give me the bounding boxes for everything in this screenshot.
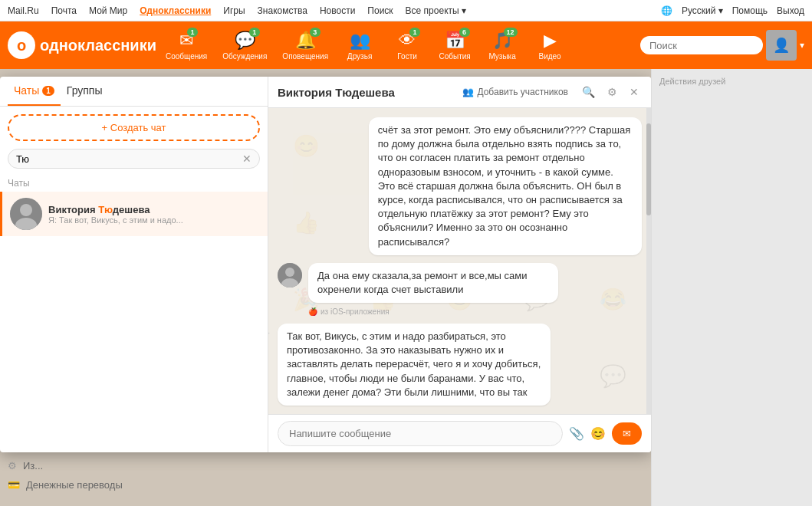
events-badge: 6 <box>459 28 470 37</box>
video-icon: ▶ <box>544 31 557 51</box>
nav-pochta[interactable]: Почта <box>51 5 77 16</box>
chat-modal: Чаты 1 Группы + Создать чат ✕ Чаты <box>0 77 651 452</box>
header-search-box: 🔍 <box>640 36 763 54</box>
help-link[interactable]: Помощь <box>732 5 768 16</box>
attachment-icon[interactable]: 📎 <box>569 426 584 441</box>
nav-allprojects[interactable]: Все проекты ▾ <box>406 5 466 16</box>
exit-link[interactable]: Выход <box>777 5 804 16</box>
chats-section-label: Чаты <box>0 175 268 192</box>
chat-search-input[interactable] <box>16 153 242 165</box>
chat-main: Виктория Тюдешева 👥 Добавить участников … <box>268 77 651 452</box>
nav-video[interactable]: ▶ Видео <box>528 28 572 64</box>
discussions-icon: 💬 1 <box>235 31 255 51</box>
nav-mailru[interactable]: Mail.Ru <box>8 5 39 16</box>
nav-dating[interactable]: Знакомства <box>258 5 307 16</box>
nav-messages[interactable]: ✉ 1 Сообщения <box>159 28 213 64</box>
chat-item-avatar <box>10 198 42 230</box>
send-icon: ✉ <box>623 428 631 439</box>
friends-label: Друзья <box>347 52 372 61</box>
tab-chats[interactable]: Чаты 1 <box>8 77 61 106</box>
music-badge: 12 <box>504 28 518 37</box>
nav-guests[interactable]: 👁 1 Гости <box>385 28 429 64</box>
messages-badge: 1 <box>187 28 198 37</box>
nav-games[interactable]: Игры <box>223 5 245 16</box>
nav-moimir[interactable]: Мой Мир <box>89 5 127 16</box>
friends-activity-label: Действия друзей <box>659 77 804 86</box>
add-participants-label: Добавить участников <box>477 87 568 97</box>
msg-avatar-2 <box>278 263 302 288</box>
guests-icon: 👁 1 <box>399 31 416 51</box>
create-chat-button[interactable]: + Создать чат <box>8 114 260 141</box>
message-bubble-3: Так вот, Викусь, с этим и надо разбирать… <box>278 324 551 406</box>
nav-ok[interactable]: Одноклассники <box>140 5 211 16</box>
add-participants-icon: 👥 <box>462 87 474 97</box>
discussions-label: Обсуждения <box>222 52 267 61</box>
message-text-1: счёт за этот ремонт. Это ему объяснили??… <box>378 124 630 248</box>
edit-icon[interactable]: ✏ <box>268 328 270 339</box>
chat-settings-icon[interactable]: ⚙ <box>604 83 620 101</box>
message-text-3: Так вот, Викусь, с этим и надо разбирать… <box>287 330 541 398</box>
nav-events[interactable]: 📅 6 События <box>432 28 477 64</box>
music-icon: 🎵 12 <box>492 31 513 51</box>
chat-search-box: ✕ <box>8 149 260 169</box>
svg-point-4 <box>285 268 294 277</box>
chat-list-item[interactable]: Виктория Тюдешева Я: Так вот, Викусь, с … <box>0 192 268 236</box>
nav-discussions[interactable]: 💬 1 Обсуждения <box>216 28 273 64</box>
message-text-2: Да она ему сказала,за ремонт и все,мы са… <box>317 270 527 295</box>
bg-right-col: Действия друзей <box>651 69 812 506</box>
clear-search-icon[interactable]: ✕ <box>242 153 251 165</box>
header-nav-icons: ✉ 1 Сообщения 💬 1 Обсуждения 🔔 3 Оповеще… <box>159 28 637 64</box>
close-chat-icon[interactable]: ✕ <box>626 83 642 101</box>
background-page: 👤 На... 🔒 За... ⚙ Из... 💳 Денежные перев… <box>0 69 651 506</box>
chat-name-start: Виктория <box>48 204 98 215</box>
top-nav: Mail.Ru Почта Мой Мир Одноклассники Игры… <box>0 0 812 21</box>
chat-name-highlight: Тю <box>98 204 113 215</box>
messages-label: Сообщения <box>166 52 207 61</box>
nav-friends[interactable]: 👥 Друзья <box>337 28 382 64</box>
friends-icon: 👥 <box>350 31 370 51</box>
music-label: Музыка <box>488 52 515 61</box>
apple-icon: 🍎 <box>308 307 317 316</box>
ok-logo[interactable]: о одноклассники <box>8 31 156 59</box>
chat-scrollbar[interactable] <box>646 108 651 414</box>
add-participants-button[interactable]: 👥 Добавить участников <box>458 84 573 100</box>
message-row-1: счёт за этот ремонт. Это ему объяснили??… <box>278 117 642 255</box>
tab-groups-label: Группы <box>67 84 103 97</box>
ok-brand-icon: о <box>8 31 35 59</box>
chat-name-rest: дешева <box>113 204 150 215</box>
tab-groups[interactable]: Группы <box>61 77 109 106</box>
avatar-chevron[interactable]: ▾ <box>800 40 804 51</box>
message-bubble-1: счёт за этот ремонт. Это ему объяснили??… <box>369 117 642 255</box>
ok-header: о одноклассники ✉ 1 Сообщения 💬 1 Обсужд… <box>0 21 812 69</box>
chat-list: Виктория Тюдешева Я: Так вот, Викусь, с … <box>0 192 268 452</box>
chat-header-actions: 👥 Добавить участников 🔍 ⚙ ✕ <box>458 83 642 101</box>
chat-tabs: Чаты 1 Группы <box>0 77 268 107</box>
message-row-3: ✏ Так вот, Викусь, с этим и надо разбира… <box>278 324 642 406</box>
chat-sidebar: Чаты 1 Группы + Создать чат ✕ Чаты <box>0 77 268 452</box>
chats-tab-badge: 1 <box>42 86 54 96</box>
messages-area: 😊💬😂❤🎉 👍😊💬😂❤ 🎉👍😊💬😂 ❤🎉👍😊💬 счёт за этот рем… <box>268 108 651 414</box>
message-bubble-2: Да она ему сказала,за ремонт и все,мы са… <box>308 263 558 303</box>
chat-header: Виктория Тюдешева 👥 Добавить участников … <box>268 77 651 108</box>
messages-icon: ✉ 1 <box>179 31 193 51</box>
nav-news[interactable]: Новости <box>320 5 355 16</box>
discussions-badge: 1 <box>249 28 260 37</box>
main-layout: 👤 На... 🔒 За... ⚙ Из... 💳 Денежные перев… <box>0 69 812 506</box>
nav-notifications[interactable]: 🔔 3 Оповещения <box>276 28 334 64</box>
nav-music[interactable]: 🎵 12 Музыка <box>480 28 524 64</box>
notifications-badge: 3 <box>310 28 321 37</box>
message-input[interactable] <box>278 421 563 446</box>
message-row-2: Да она ему сказала,за ремонт и все,мы са… <box>278 263 642 316</box>
chat-input-area: 📎 😊 ✉ <box>268 414 651 452</box>
emoji-icon[interactable]: 😊 <box>590 426 606 441</box>
lang-switch[interactable]: Русский ▾ <box>682 5 723 16</box>
user-avatar[interactable]: 👤 <box>766 30 797 61</box>
header-search-input[interactable] <box>649 40 778 51</box>
chat-item-info: Виктория Тюдешева Я: Так вот, Викусь, с … <box>48 204 260 225</box>
scrollbar-thumb <box>646 123 651 215</box>
chat-search-icon[interactable]: 🔍 <box>579 83 598 101</box>
nav-search[interactable]: Поиск <box>367 5 393 16</box>
notifications-label: Оповещения <box>282 52 328 61</box>
ok-brand-name: одноклассники <box>40 37 156 54</box>
send-button[interactable]: ✉ <box>612 422 642 445</box>
